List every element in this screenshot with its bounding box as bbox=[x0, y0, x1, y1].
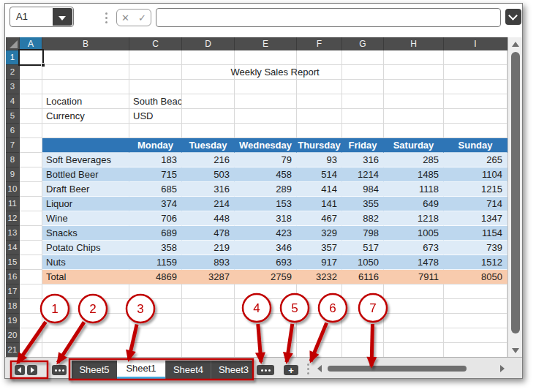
cell-D14[interactable]: 219 bbox=[182, 241, 235, 255]
row-header-6[interactable]: 6 bbox=[6, 124, 20, 138]
vertical-scroll-thumb[interactable] bbox=[511, 52, 520, 333]
cell-B6[interactable] bbox=[42, 124, 129, 138]
cell-C14[interactable]: 358 bbox=[129, 241, 182, 255]
cell-E10[interactable]: 289 bbox=[235, 182, 297, 197]
confirm-entry-button[interactable]: ✓ bbox=[138, 13, 146, 23]
horizontal-scroll-thumb[interactable] bbox=[328, 366, 467, 372]
cell-D11[interactable]: 214 bbox=[182, 197, 235, 211]
cell-C19[interactable] bbox=[129, 314, 182, 328]
cell-D4[interactable] bbox=[182, 94, 235, 109]
cell-D8[interactable]: 216 bbox=[182, 153, 235, 167]
cell-H18[interactable] bbox=[384, 299, 444, 314]
cell-G16[interactable]: 6116 bbox=[342, 270, 384, 284]
cell-H5[interactable] bbox=[384, 109, 444, 124]
cell-D5[interactable] bbox=[182, 109, 235, 124]
cell-D3[interactable] bbox=[182, 80, 235, 94]
column-header-D[interactable]: D bbox=[182, 37, 235, 50]
cell-E13[interactable]: 423 bbox=[235, 226, 297, 241]
cell-G3[interactable] bbox=[342, 80, 384, 94]
next-sheet-button[interactable] bbox=[27, 365, 37, 375]
cell-I4[interactable] bbox=[444, 94, 507, 109]
cell-H10[interactable]: 1118 bbox=[384, 182, 444, 197]
cell-A5[interactable] bbox=[20, 109, 42, 124]
name-box-dropdown-button[interactable] bbox=[53, 8, 72, 26]
cell-C10[interactable]: 685 bbox=[129, 182, 182, 197]
cell-G17[interactable] bbox=[342, 284, 384, 299]
cell-A6[interactable] bbox=[20, 124, 42, 138]
cell-E18[interactable] bbox=[235, 299, 297, 314]
cell-C16[interactable]: 4869 bbox=[129, 270, 182, 284]
cell-I15[interactable]: 1512 bbox=[444, 255, 507, 270]
vertical-scrollbar[interactable] bbox=[507, 37, 522, 358]
formula-bar-input[interactable] bbox=[156, 8, 501, 27]
cell-F1[interactable] bbox=[297, 50, 342, 65]
cell-H3[interactable] bbox=[384, 80, 444, 94]
cell-H12[interactable]: 1218 bbox=[384, 211, 444, 226]
cell-E15[interactable]: 693 bbox=[235, 255, 297, 270]
cell-F17[interactable] bbox=[297, 284, 342, 299]
cell-C17[interactable] bbox=[129, 284, 182, 299]
column-header-B[interactable]: B bbox=[42, 37, 129, 50]
cell-H15[interactable]: 1478 bbox=[384, 255, 444, 270]
row-header-3[interactable]: 3 bbox=[6, 80, 20, 94]
more-sheets-button[interactable] bbox=[257, 365, 274, 375]
cell-D6[interactable] bbox=[182, 124, 235, 138]
cell-H13[interactable]: 1005 bbox=[384, 226, 444, 241]
cell-C7[interactable]: Monday bbox=[129, 138, 182, 153]
cell-G4[interactable] bbox=[342, 94, 384, 109]
cell-I5[interactable] bbox=[444, 109, 507, 124]
row-header-11[interactable]: 11 bbox=[6, 197, 20, 211]
scroll-down-icon[interactable] bbox=[512, 348, 519, 353]
cell-D1[interactable] bbox=[182, 50, 235, 65]
row-header-20[interactable]: 20 bbox=[6, 328, 20, 343]
cell-G18[interactable] bbox=[342, 299, 384, 314]
row-header-9[interactable]: 9 bbox=[6, 167, 20, 182]
cell-B16[interactable]: Total bbox=[42, 270, 129, 284]
cell-I10[interactable]: 1215 bbox=[444, 182, 507, 197]
cell-D20[interactable] bbox=[182, 328, 235, 343]
row-header-8[interactable]: 8 bbox=[6, 153, 20, 167]
cell-F20[interactable] bbox=[297, 328, 342, 343]
row-header-10[interactable]: 10 bbox=[6, 182, 20, 197]
cell-D10[interactable]: 316 bbox=[182, 182, 235, 197]
column-header-F[interactable]: F bbox=[297, 37, 342, 50]
column-header-C[interactable]: C bbox=[129, 37, 182, 50]
cell-B19[interactable] bbox=[42, 314, 129, 328]
sheet-tab-Sheet5[interactable]: Sheet5 bbox=[72, 361, 117, 379]
cell-H21[interactable] bbox=[384, 343, 444, 358]
cell-H9[interactable]: 1485 bbox=[384, 167, 444, 182]
cell-B7[interactable] bbox=[42, 138, 129, 153]
scroll-left-icon[interactable] bbox=[317, 365, 322, 372]
cell-E9[interactable]: 458 bbox=[235, 167, 297, 182]
cell-A20[interactable] bbox=[20, 328, 42, 343]
cell-I7[interactable]: Sunday bbox=[444, 138, 507, 153]
cell-E7[interactable]: Wednesday bbox=[235, 138, 297, 153]
sheet-tab-Sheet3[interactable]: Sheet3 bbox=[211, 361, 253, 379]
cell-A19[interactable] bbox=[20, 314, 42, 328]
cell-I14[interactable]: 739 bbox=[444, 241, 507, 255]
cell-B9[interactable]: Bottled Beer bbox=[42, 167, 129, 182]
sheet-tab-Sheet1[interactable]: Sheet1 bbox=[117, 361, 165, 379]
cell-F14[interactable]: 357 bbox=[297, 241, 342, 255]
cell-I12[interactable]: 1347 bbox=[444, 211, 507, 226]
cell-B1[interactable] bbox=[42, 50, 129, 65]
cell-D7[interactable]: Tuesday bbox=[182, 138, 235, 153]
cell-I17[interactable] bbox=[444, 284, 507, 299]
cell-C12[interactable]: 706 bbox=[129, 211, 182, 226]
cell-G5[interactable] bbox=[342, 109, 384, 124]
cell-A7[interactable] bbox=[20, 138, 42, 153]
cell-F5[interactable] bbox=[297, 109, 342, 124]
cell-G14[interactable]: 517 bbox=[342, 241, 384, 255]
cell-A14[interactable] bbox=[20, 241, 42, 255]
cell-A21[interactable] bbox=[20, 343, 42, 358]
cell-I19[interactable] bbox=[444, 314, 507, 328]
name-box[interactable]: A1 bbox=[10, 7, 74, 27]
cell-G12[interactable]: 882 bbox=[342, 211, 384, 226]
row-header-2[interactable]: 2 bbox=[6, 65, 20, 80]
cell-G8[interactable]: 316 bbox=[342, 153, 384, 167]
cell-A16[interactable] bbox=[20, 270, 42, 284]
cell-F19[interactable] bbox=[297, 314, 342, 328]
cell-G20[interactable] bbox=[342, 328, 384, 343]
row-header-17[interactable]: 17 bbox=[6, 284, 20, 299]
add-sheet-button[interactable]: + bbox=[284, 365, 298, 375]
